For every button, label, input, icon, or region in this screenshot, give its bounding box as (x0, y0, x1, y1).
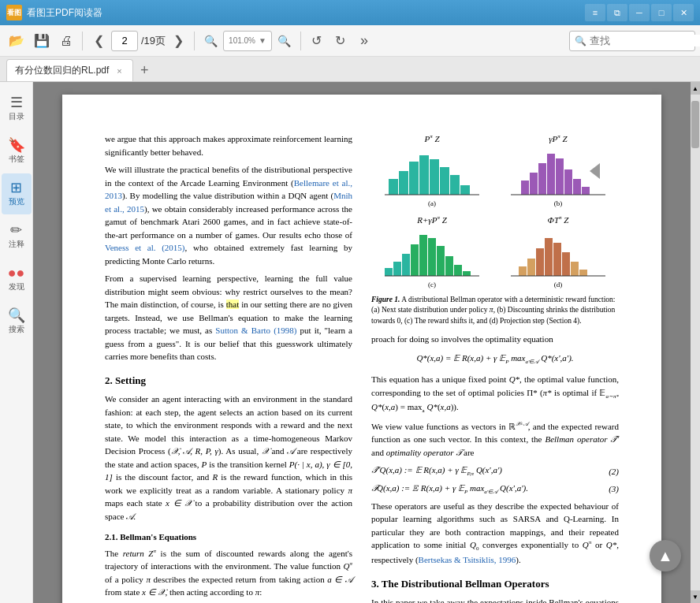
sidebar-item-catalog[interactable]: ☰ 目录 (2, 88, 32, 129)
svg-rect-37 (579, 270, 587, 276)
para-fixed-point: This equation has a unique fixed point Q… (371, 373, 619, 415)
print-button[interactable]: 🖨 (55, 29, 77, 53)
svg-rect-14 (564, 169, 572, 195)
search-input[interactable] (590, 35, 700, 47)
open-button[interactable]: 📂 (5, 29, 28, 53)
eq2-content: 𝒯πQ(x,a) := 𝔼 R(x,a) + γ 𝔼P,π Q(x',a') (371, 463, 502, 478)
scroll-up-button[interactable]: ▲ (691, 82, 700, 95)
svg-marker-17 (590, 163, 600, 179)
svg-rect-16 (582, 187, 590, 195)
hist-d-svg (507, 229, 609, 280)
sidebar-item-bookmark[interactable]: 🔖 书签 (2, 131, 32, 172)
tile-button[interactable]: ⧉ (607, 4, 627, 21)
hist-c: R+γPπ Z (371, 214, 493, 290)
svg-rect-10 (530, 173, 538, 195)
svg-rect-26 (445, 256, 453, 276)
hist-d-label: ΦTπ Z (548, 214, 569, 227)
eq3-number: (3) (609, 482, 619, 496)
search-sidebar-icon: 🔍 (8, 308, 25, 322)
equation-3: 𝒯Q(x,a) := 𝔼 R(x,a) + γ 𝔼P maxa'∈𝒜 Q(x',… (371, 482, 619, 497)
section21-heading: 2.1. Bellman's Equations (105, 530, 352, 544)
hist-a-svg (381, 147, 483, 199)
svg-rect-11 (538, 163, 546, 195)
search-icon-btn[interactable]: 🔍 (199, 29, 222, 53)
svg-rect-21 (402, 254, 410, 276)
right-column: Pπ Z (371, 132, 619, 603)
sidebar-label-bookmark: 书签 (9, 154, 24, 165)
sidebar-label-preview: 预览 (9, 196, 24, 207)
app-icon: 看图 (6, 5, 22, 20)
hist-c-sublabel: (c) (428, 280, 436, 291)
eq3-content: 𝒯Q(x,a) := 𝔼 R(x,a) + γ 𝔼P maxa'∈𝒜 Q(x',… (371, 482, 528, 497)
titlebar: 看图 看图王PDF阅读器 ≡ ⧉ ─ □ ✕ (0, 0, 700, 25)
para-operators: These operators are useful as they descr… (371, 500, 619, 567)
svg-rect-7 (460, 185, 470, 195)
bookmark-icon: 🔖 (8, 138, 25, 152)
zoom-dropdown-icon: ▼ (259, 36, 266, 45)
sidebar-item-discover[interactable]: ●● 发现 (2, 259, 32, 300)
tab-close-button[interactable]: × (114, 65, 125, 76)
tab-pdf[interactable]: 有分位数回归的RL.pdf × (6, 59, 133, 81)
sidebar-label-discover: 发现 (9, 281, 24, 292)
svg-rect-20 (393, 262, 401, 276)
window-controls: ≡ ⧉ ─ □ ✕ (585, 4, 694, 21)
separator-3 (300, 32, 301, 50)
annotate-icon: ✏ (10, 223, 22, 237)
svg-rect-15 (573, 179, 581, 195)
svg-rect-33 (545, 238, 553, 276)
zoom-in-button[interactable]: 🔍 (274, 29, 296, 53)
svg-rect-24 (428, 238, 436, 276)
close-button[interactable]: ✕ (673, 4, 694, 21)
minimize-button[interactable]: ─ (629, 4, 650, 21)
para-bellman: The return Zπ is the sum of discounted r… (105, 547, 352, 599)
sidebar-label-annotate: 注释 (9, 239, 24, 250)
page-total: /19页 (141, 34, 166, 48)
nav-prev-button[interactable]: ❮ (88, 29, 110, 53)
nav-next-button[interactable]: ❯ (167, 29, 189, 53)
page-input[interactable]: 2 (115, 35, 134, 47)
hist-b-label: γPπ Z (549, 132, 567, 146)
back-to-top-button[interactable]: ▲ (650, 540, 681, 571)
main-area: ☰ 目录 🔖 书签 ⊞ 预览 ✏ 注释 ●● 发现 🔍 搜索 (0, 82, 700, 603)
more-button[interactable]: » (353, 29, 375, 53)
svg-rect-31 (527, 259, 535, 276)
sidebar-label-search: 搜索 (9, 324, 24, 335)
app-title: 看图王PDF阅读器 (27, 6, 585, 20)
equation-2: 𝒯πQ(x,a) := 𝔼 R(x,a) + γ 𝔼P,π Q(x',a') (… (371, 463, 619, 478)
sidebar-item-preview[interactable]: ⊞ 预览 (2, 173, 32, 214)
hist-b-svg (507, 147, 609, 199)
svg-rect-25 (437, 246, 445, 276)
search-magnifier-icon: 🔍 (575, 35, 586, 47)
forward-button[interactable]: ↻ (330, 29, 352, 53)
save-button[interactable]: 💾 (30, 29, 54, 53)
hist-a: Pπ Z (371, 132, 493, 209)
svg-rect-13 (556, 158, 564, 195)
menu-button[interactable]: ≡ (585, 4, 605, 21)
hist-b: γPπ Z (497, 132, 619, 209)
svg-rect-9 (521, 181, 529, 195)
hist-c-svg (381, 229, 483, 280)
restore-button[interactable]: □ (651, 4, 672, 21)
histogram-grid: Pπ Z (371, 132, 619, 290)
scrollbar: ▲ ▼ (691, 82, 700, 603)
pdf-content[interactable]: we argue that this approach makes approx… (33, 82, 691, 603)
section3-heading: 3. The Distributional Bellman Operators (371, 576, 619, 592)
preview-icon: ⊞ (10, 181, 22, 195)
zoom-control[interactable]: 101.0% ▼ (223, 31, 272, 51)
svg-rect-6 (450, 175, 460, 195)
scroll-down-button[interactable]: ▼ (691, 590, 700, 603)
new-tab-button[interactable]: + (133, 59, 155, 81)
search-box: 🔍 ∧ ∨ (569, 31, 695, 51)
refresh-button[interactable]: ↺ (306, 29, 328, 53)
sidebar-item-search[interactable]: 🔍 搜索 (2, 301, 32, 342)
para-illustrate: We will illustrate the practical benefit… (105, 163, 352, 267)
scroll-track[interactable] (691, 95, 700, 590)
svg-rect-23 (419, 235, 427, 276)
hist-c-label: R+γPπ Z (417, 214, 447, 227)
sidebar: ☰ 目录 🔖 书签 ⊞ 预览 ✏ 注释 ●● 发现 🔍 搜索 (0, 82, 33, 603)
tab-label: 有分位数回归的RL.pdf (15, 64, 109, 77)
para-setting: We consider an agent interacting with an… (105, 393, 352, 523)
sidebar-item-annotate[interactable]: ✏ 注释 (2, 216, 32, 257)
scroll-thumb[interactable] (691, 101, 699, 148)
pdf-page: we argue that this approach makes approx… (62, 95, 661, 603)
